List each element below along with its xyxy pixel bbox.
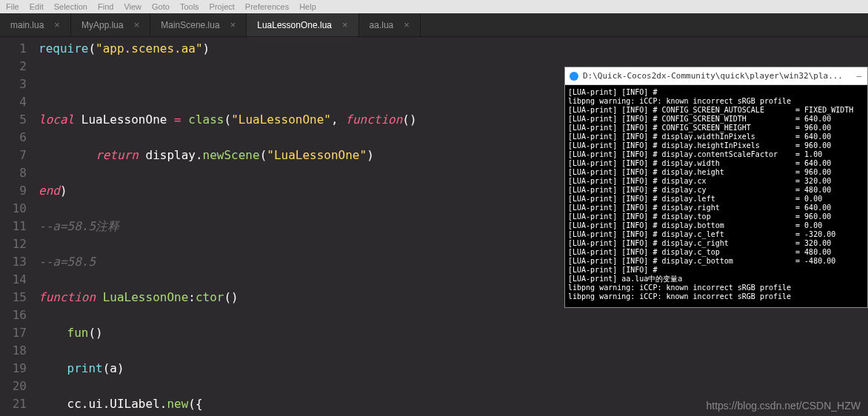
menu-view[interactable]: View xyxy=(124,2,141,11)
line-number: 9 xyxy=(0,182,27,200)
menu-find[interactable]: Find xyxy=(98,2,113,11)
close-icon[interactable]: × xyxy=(134,19,140,30)
line-number: 12 xyxy=(0,235,27,253)
close-icon[interactable]: × xyxy=(230,19,236,30)
console-title-text: D:\Quick-Cocos2dx-Community\quick\player… xyxy=(583,71,843,81)
line-number: 13 xyxy=(0,253,27,271)
tab-label: MainScene.lua xyxy=(161,20,219,30)
menu-file[interactable]: File xyxy=(6,2,19,11)
watermark: https://blog.csdn.net/CSDN_HZW xyxy=(706,400,861,412)
menu-selection[interactable]: Selection xyxy=(54,2,87,11)
menu-project[interactable]: Project xyxy=(210,2,235,11)
menu-preferences[interactable]: Preferences xyxy=(245,2,289,11)
line-number: 15 xyxy=(0,289,27,306)
tab-main-lua[interactable]: main.lua× xyxy=(0,13,71,36)
console-output[interactable]: [LUA-print] [INFO] # libpng warning: iCC… xyxy=(565,85,867,307)
line-number: 2 xyxy=(0,58,27,76)
line-number: 14 xyxy=(0,271,27,289)
menu-goto[interactable]: Goto xyxy=(152,2,170,11)
tab-myapp-lua[interactable]: MyApp.lua× xyxy=(71,13,150,36)
line-gutter: 1 2 3 4 5 6 7 8 9 10 11 12 13 14 15 16 1… xyxy=(0,37,33,416)
line-number: 8 xyxy=(0,164,27,182)
app-icon xyxy=(570,72,578,81)
line-number: 6 xyxy=(0,129,27,147)
line-number: 17 xyxy=(0,324,27,342)
close-icon[interactable]: × xyxy=(54,19,60,30)
line-number: 1 xyxy=(0,40,27,58)
tab-label: LuaLessonOne.lua xyxy=(257,20,332,30)
tab-mainscene-lua[interactable]: MainScene.lua× xyxy=(150,13,247,36)
line-number: 5 xyxy=(0,111,27,129)
line-number: 10 xyxy=(0,200,27,218)
line-number: 7 xyxy=(0,147,27,164)
editor-area: 1 2 3 4 5 6 7 8 9 10 11 12 13 14 15 16 1… xyxy=(0,37,868,416)
tab-label: MyApp.lua xyxy=(81,20,124,30)
tab-label: aa.lua xyxy=(370,20,394,30)
close-icon[interactable]: × xyxy=(342,19,348,30)
line-number: 4 xyxy=(0,93,27,111)
menu-edit[interactable]: Edit xyxy=(30,2,44,11)
menu-bar: File Edit Selection Find View Goto Tools… xyxy=(0,0,868,13)
tab-aa-lua[interactable]: aa.lua× xyxy=(359,13,421,36)
tab-lualessonone-lua[interactable]: LuaLessonOne.lua× xyxy=(247,13,358,36)
tab-bar: main.lua× MyApp.lua× MainScene.lua× LuaL… xyxy=(0,13,868,37)
console-window[interactable]: D:\Quick-Cocos2dx-Community\quick\player… xyxy=(564,67,868,308)
line-number: 3 xyxy=(0,76,27,93)
tab-label: main.lua xyxy=(10,20,44,30)
console-titlebar[interactable]: D:\Quick-Cocos2dx-Community\quick\player… xyxy=(565,67,867,85)
menu-tools[interactable]: Tools xyxy=(180,2,199,11)
close-icon[interactable]: × xyxy=(404,19,410,30)
line-number: 18 xyxy=(0,342,27,360)
line-number: 11 xyxy=(0,218,27,235)
line-number: 16 xyxy=(0,306,27,324)
menu-help[interactable]: Help xyxy=(299,2,316,11)
line-number: 20 xyxy=(0,378,27,395)
line-number: 21 xyxy=(0,395,27,413)
line-number: 19 xyxy=(0,360,27,378)
minimize-icon[interactable]: — xyxy=(856,71,863,81)
